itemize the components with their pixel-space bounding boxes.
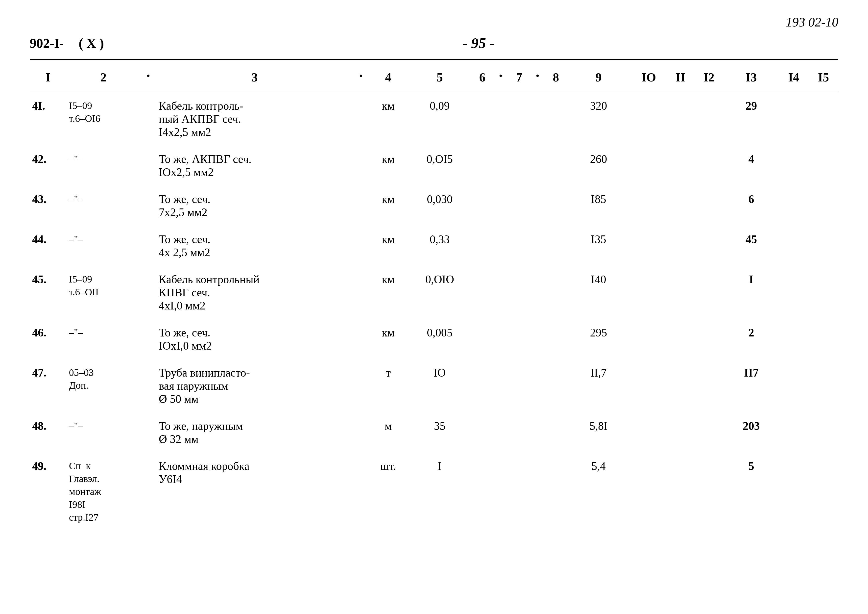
col-header-9: 9 (566, 62, 631, 92)
col-header-15: I5 (809, 62, 838, 92)
col-header-14: I4 (779, 62, 809, 92)
col-header-4: 4 (369, 62, 408, 92)
form-code: 902-I- (30, 36, 64, 51)
col-header-5: 5 (408, 62, 472, 92)
col-header-10: IO (631, 62, 667, 92)
col-header-dot3: · (493, 62, 509, 92)
col-header-dot4: · (530, 62, 546, 92)
table-row: 49.Сп–кГлавэл.монтажI98Iстр.I27Кломмная … (30, 452, 838, 531)
col-header-6: 6 (472, 62, 493, 92)
table-row: 45.I5–09т.6–OIIКабель контрольныйКПВГ се… (30, 266, 838, 319)
table-row: 42.–"–То же, АКПВГ сеч.IOx2,5 мм2км0,OI5… (30, 146, 838, 186)
col-header-13: I3 (724, 62, 779, 92)
table-row: 46.–"–То же, сеч.IOxI,0 мм2км0,0052952 (30, 319, 838, 359)
col-header-8: 8 (546, 62, 566, 92)
col-header-dot1: · (140, 62, 157, 92)
col-header-1: I (30, 62, 67, 92)
col-header-11: II (667, 62, 694, 92)
header-divider (30, 59, 838, 60)
col-header-2: 2 (67, 62, 140, 92)
table-row: 47.05–03Доп.Труба винипласто-вая наружны… (30, 359, 838, 412)
table-row: 43.–"–То же, сеч.7x2,5 мм2км0,030I856 (30, 186, 838, 226)
col-header-dot2: · (353, 62, 369, 92)
table-row: 44.–"–То же, сеч.4x 2,5 мм2км0,33I3545 (30, 226, 838, 266)
col-header-12: I2 (694, 62, 724, 92)
col-header-3: 3 (157, 62, 353, 92)
page: 193 02-10 902-I- ( X ) - 95 - I 2 · 3 · … (0, 0, 868, 614)
table-row: 48.–"–То же, наружнымØ 32 ммм355,8I203 (30, 412, 838, 452)
page-number: - 95 - (119, 35, 838, 52)
form-variant: ( X ) (79, 36, 104, 51)
main-table: I 2 · 3 · 4 5 6 · 7 · 8 9 IO II I2 I3 (30, 62, 838, 531)
table-row: 4I.I5–09т.6–OI6Кабель контроль-ный АКПВГ… (30, 92, 838, 146)
main-table-container: I 2 · 3 · 4 5 6 · 7 · 8 9 IO II I2 I3 (30, 62, 838, 531)
doc-number: 193 02-10 (786, 15, 838, 30)
header-line: 902-I- ( X ) - 95 - (30, 35, 838, 52)
col-header-7: 7 (509, 62, 530, 92)
